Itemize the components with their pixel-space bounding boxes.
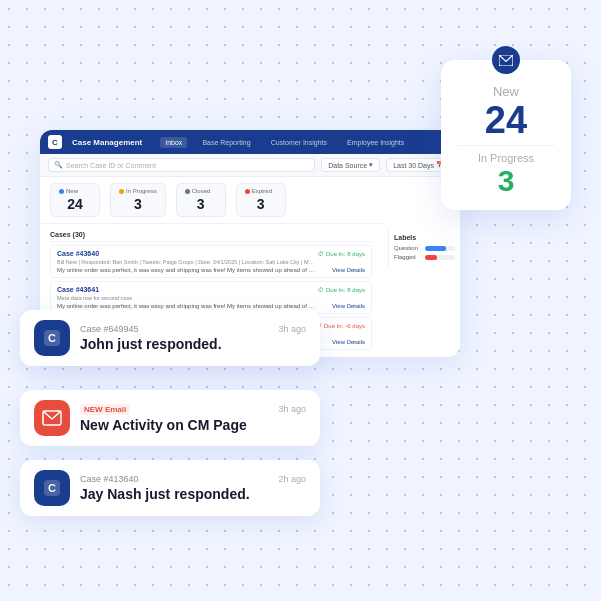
nav-item-customer-insights[interactable]: Customer Insights	[266, 137, 332, 148]
toast-time-3: 2h ago	[278, 474, 306, 484]
notif-in-progress-number: 3	[457, 166, 555, 196]
filter-datasource[interactable]: Data Source ▾	[321, 158, 380, 172]
email-icon	[492, 46, 520, 74]
cases-header: Cases (30)	[50, 228, 372, 242]
svg-text:C: C	[48, 482, 56, 494]
stat-in-progress: In Progress 3	[110, 183, 166, 217]
stat-closed: Closed 3	[176, 183, 226, 217]
toast-body-3: Case #413640 2h ago Jay Nash just respon…	[80, 474, 306, 502]
toast-new-badge: NEW Email	[80, 404, 130, 415]
label-item: Flagged	[394, 254, 455, 260]
case-text: My online order was perfect, it was easy…	[57, 267, 317, 273]
case-meta: Bill New | Responded: Ben Smith | Tweets…	[57, 259, 317, 265]
label-item: Question	[394, 245, 455, 251]
app-toolbar: 🔍 Search Case ID or Comment Data Source …	[40, 154, 460, 177]
stat-expired: Expired 3	[236, 183, 286, 217]
case-meta: Meta data row for second case	[57, 295, 317, 301]
app-logo: C	[48, 135, 62, 149]
stats-row: New 24 In Progress 3 Closed 3 Expired 3	[40, 177, 382, 224]
toast-icon-blue-1: C	[34, 320, 70, 356]
table-row: Case #43640 ⏱ Due In: 8 days Bill New | …	[50, 245, 372, 278]
notif-card: New 24 In Progress 3	[441, 60, 571, 210]
view-details-link[interactable]: View Details	[332, 303, 365, 309]
nav-item-employee-insights[interactable]: Employee Insights	[342, 137, 409, 148]
labels-title: Labels	[394, 234, 455, 241]
svg-text:C: C	[48, 332, 56, 344]
toast-case-id-3: Case #413640	[80, 474, 139, 484]
toast-time-2: 3h ago	[278, 404, 306, 414]
notif-new-label: New	[457, 84, 555, 99]
toast-1: C Case #649945 3h ago John just responde…	[20, 310, 320, 366]
case-id: Case #43641	[57, 286, 99, 293]
nav-item-base-reporting[interactable]: Base Reporting	[197, 137, 255, 148]
toast-icon-blue-3: C	[34, 470, 70, 506]
stat-new: New 24	[50, 183, 100, 217]
toast-2: NEW Email 3h ago New Activity on CM Page	[20, 390, 320, 446]
view-details-link[interactable]: View Details	[332, 339, 365, 345]
app-nav: C Case Management Inbox Base Reporting C…	[40, 130, 460, 154]
case-due: ⏱ Due In: 8 days	[318, 287, 365, 293]
view-details-link[interactable]: View Details	[332, 267, 365, 273]
toast-message-2: New Activity on CM Page	[80, 417, 306, 433]
case-text: My online order was perfect, it was easy…	[57, 303, 317, 309]
search-box[interactable]: 🔍 Search Case ID or Comment	[48, 158, 315, 172]
notif-in-progress-label: In Progress	[457, 152, 555, 164]
toast-3: C Case #413640 2h ago Jay Nash just resp…	[20, 460, 320, 516]
scene: C Case Management Inbox Base Reporting C…	[0, 0, 601, 601]
search-placeholder: Search Case ID or Comment	[66, 162, 156, 169]
toast-message-1: John just responded.	[80, 336, 306, 352]
toast-message-3: Jay Nash just responded.	[80, 486, 306, 502]
nav-item-inbox[interactable]: Inbox	[160, 137, 187, 148]
search-icon: 🔍	[54, 161, 63, 169]
toast-body-2: NEW Email 3h ago New Activity on CM Page	[80, 404, 306, 433]
case-id: Case #43640	[57, 250, 99, 257]
case-due: ⏱ Due In: 8 days	[318, 251, 365, 257]
app-title: Case Management	[72, 138, 142, 147]
case-due-overdue: ⏱ Due In: -6 days	[316, 323, 365, 329]
toast-icon-red-2	[34, 400, 70, 436]
notif-divider	[457, 145, 555, 146]
toast-body-1: Case #649945 3h ago John just responded.	[80, 324, 306, 352]
toast-case-id-1: Case #649945	[80, 324, 139, 334]
labels-panel: Labels Question Flagged	[388, 229, 460, 268]
toast-time-1: 3h ago	[278, 324, 306, 334]
notif-new-number: 24	[457, 101, 555, 139]
